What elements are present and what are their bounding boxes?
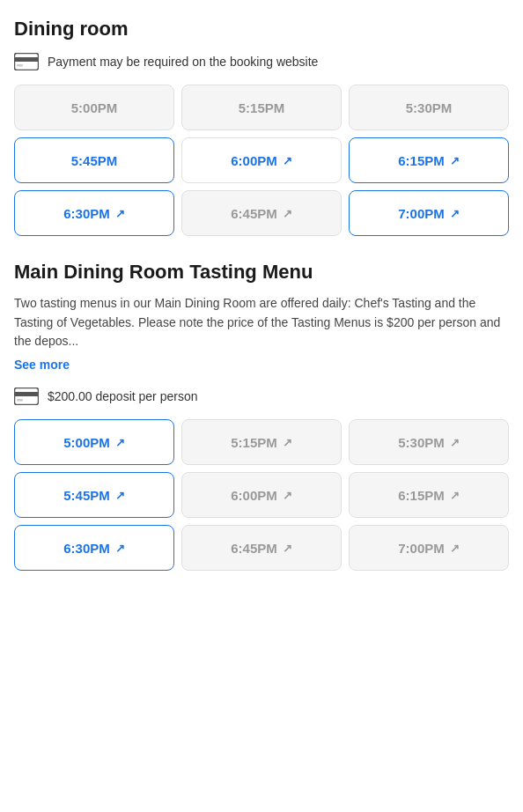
time-slot-645pm-dr[interactable]: 6:45PM ↗︎ xyxy=(181,190,342,236)
tm-time-slot-545pm[interactable]: 5:45PM ↗︎ xyxy=(14,472,174,518)
tm-time-slot-500pm[interactable]: 5:00PM ↗︎ xyxy=(14,419,174,465)
dining-room-time-grid: 5:00PM 5:15PM 5:30PM 5:45PM 6:00PM ↗︎ 6:… xyxy=(14,85,509,236)
deposit-text: $200.00 deposit per person xyxy=(48,389,197,403)
dining-room-section: Dining room Payment may be required on t… xyxy=(14,18,509,236)
tm-time-slot-630pm-label: 6:30PM xyxy=(63,541,110,556)
tm-time-slot-530pm-label: 5:30PM xyxy=(398,435,445,450)
credit-card-icon xyxy=(14,53,39,70)
time-slot-545pm-dr[interactable]: 5:45PM xyxy=(14,137,174,183)
time-slot-530pm-dr: 5:30PM xyxy=(349,85,509,130)
tm-external-link-icon-530: ↗︎ xyxy=(450,436,460,449)
tm-time-slot-615pm-label: 6:15PM xyxy=(398,488,445,503)
tm-external-link-icon-615: ↗︎ xyxy=(450,489,460,502)
time-slot-615pm-dr-label: 6:15PM xyxy=(398,153,445,168)
tm-external-link-icon-515: ↗︎ xyxy=(283,436,292,449)
tm-time-slot-515pm: 5:15PM ↗︎ xyxy=(181,419,342,465)
svg-rect-5 xyxy=(17,399,23,402)
dining-room-payment-notice: Payment may be required on the booking w… xyxy=(14,53,509,70)
tasting-menu-description: Two tasting menus in our Main Dining Roo… xyxy=(14,294,509,351)
tm-external-link-icon-500: ↗︎ xyxy=(115,436,125,449)
tm-time-slot-545pm-label: 5:45PM xyxy=(63,488,110,503)
time-slot-700pm-dr[interactable]: 7:00PM ↗︎ xyxy=(349,190,509,236)
svg-rect-4 xyxy=(14,392,39,396)
tm-time-slot-600pm-label: 6:00PM xyxy=(231,488,277,503)
external-link-icon-630: ↗︎ xyxy=(115,207,125,220)
time-slot-530pm-dr-label: 5:30PM xyxy=(406,100,453,115)
tm-time-slot-500pm-label: 5:00PM xyxy=(63,435,110,450)
tm-time-slot-645pm-label: 6:45PM xyxy=(231,541,277,556)
time-slot-500pm-dr: 5:00PM xyxy=(14,85,174,130)
tasting-menu-title: Main Dining Room Tasting Menu xyxy=(14,261,509,284)
external-link-icon-615: ↗︎ xyxy=(450,154,460,167)
dining-room-payment-text: Payment may be required on the booking w… xyxy=(48,55,318,69)
time-slot-500pm-dr-label: 5:00PM xyxy=(71,100,118,115)
tasting-menu-deposit-notice: $200.00 deposit per person xyxy=(14,388,509,405)
tm-external-link-icon-545: ↗︎ xyxy=(115,489,125,502)
tm-external-link-icon-700: ↗︎ xyxy=(450,542,460,555)
time-slot-645pm-dr-label: 6:45PM xyxy=(231,206,277,221)
tm-time-slot-700pm: 7:00PM ↗︎ xyxy=(349,525,509,571)
time-slot-515pm-dr: 5:15PM xyxy=(181,85,342,130)
tasting-menu-section: Main Dining Room Tasting Menu Two tastin… xyxy=(14,261,509,571)
dining-room-title: Dining room xyxy=(14,18,509,41)
time-slot-615pm-dr[interactable]: 6:15PM ↗︎ xyxy=(349,137,509,183)
tm-external-link-icon-600: ↗︎ xyxy=(283,489,292,502)
tm-time-slot-700pm-label: 7:00PM xyxy=(398,541,445,556)
external-link-icon-700: ↗︎ xyxy=(450,207,460,220)
time-slot-515pm-dr-label: 5:15PM xyxy=(239,100,285,115)
tm-external-link-icon-630: ↗︎ xyxy=(115,542,125,555)
tm-time-slot-530pm: 5:30PM ↗︎ xyxy=(349,419,509,465)
time-slot-545pm-dr-label: 5:45PM xyxy=(71,153,118,168)
tm-time-slot-645pm: 6:45PM ↗︎ xyxy=(181,525,342,571)
time-slot-700pm-dr-label: 7:00PM xyxy=(398,206,445,221)
time-slot-630pm-dr[interactable]: 6:30PM ↗︎ xyxy=(14,190,174,236)
tm-time-slot-600pm: 6:00PM ↗︎ xyxy=(181,472,342,518)
tm-external-link-icon-645: ↗︎ xyxy=(283,542,292,555)
external-link-icon-645: ↗︎ xyxy=(283,207,292,220)
time-slot-600pm-dr[interactable]: 6:00PM ↗︎ xyxy=(181,137,342,183)
svg-rect-2 xyxy=(17,64,23,67)
see-more-link[interactable]: See more xyxy=(14,358,70,372)
tm-time-slot-515pm-label: 5:15PM xyxy=(231,435,277,450)
tasting-menu-time-grid: 5:00PM ↗︎ 5:15PM ↗︎ 5:30PM ↗︎ 5:45PM ↗︎ … xyxy=(14,419,509,571)
svg-rect-1 xyxy=(14,57,39,62)
tm-time-slot-615pm: 6:15PM ↗︎ xyxy=(349,472,509,518)
time-slot-630pm-dr-label: 6:30PM xyxy=(63,206,110,221)
time-slot-600pm-dr-label: 6:00PM xyxy=(231,153,277,168)
external-link-icon-600: ↗︎ xyxy=(283,154,292,167)
tm-time-slot-630pm[interactable]: 6:30PM ↗︎ xyxy=(14,525,174,571)
deposit-card-icon xyxy=(14,388,39,405)
